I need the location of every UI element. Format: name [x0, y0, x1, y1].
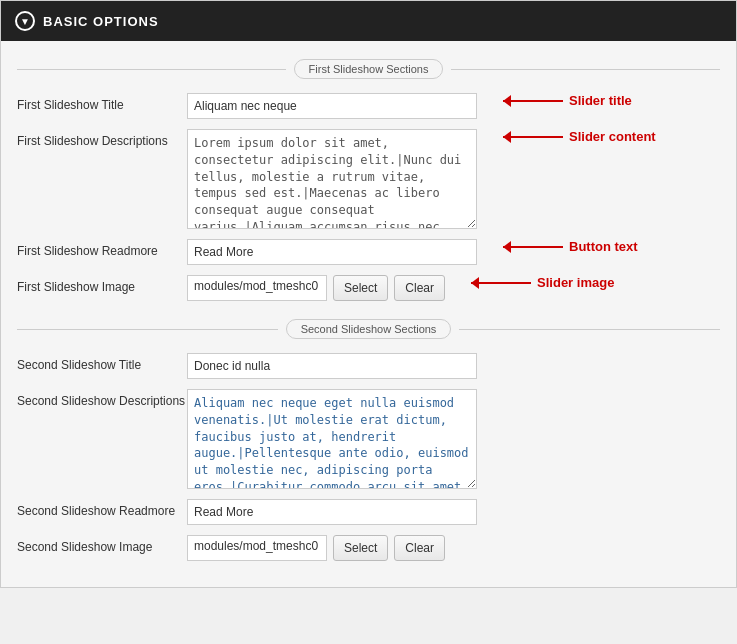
- second-title-row: Second Slideshow Title: [17, 353, 720, 379]
- arrow-icon: [471, 282, 531, 284]
- panel: ▼ BASIC OPTIONS First Slideshow Sections…: [0, 0, 737, 588]
- second-image-wrap: modules/mod_tmeshc0 Select Clear: [187, 535, 720, 561]
- second-title-wrap: [187, 353, 720, 379]
- collapse-icon[interactable]: ▼: [15, 11, 35, 31]
- divider-line-right: [451, 69, 720, 70]
- second-clear-button[interactable]: Clear: [394, 535, 445, 561]
- panel-body: First Slideshow Sections First Slideshow…: [1, 59, 736, 587]
- divider-line-left: [17, 329, 278, 330]
- divider-line-right: [459, 329, 720, 330]
- second-title-input[interactable]: [187, 353, 477, 379]
- second-section-label: Second Slideshow Sections: [286, 319, 452, 339]
- divider-line-left: [17, 69, 286, 70]
- first-section-divider: First Slideshow Sections: [17, 59, 720, 79]
- second-image-label: Second Slideshow Image: [17, 535, 187, 554]
- first-title-annotation-text: Slider title: [569, 93, 632, 108]
- first-readmore-input[interactable]: [187, 239, 477, 265]
- first-section-label: First Slideshow Sections: [294, 59, 444, 79]
- second-desc-wrap: Aliquam nec neque eget nulla euismod ven…: [187, 389, 720, 489]
- first-title-input[interactable]: [187, 93, 477, 119]
- second-title-label: Second Slideshow Title: [17, 353, 187, 372]
- second-select-button[interactable]: Select: [333, 535, 388, 561]
- first-image-label: First Slideshow Image: [17, 275, 187, 294]
- arrow-icon: [503, 246, 563, 248]
- first-readmore-row: First Slideshow Readmore Button text: [17, 239, 720, 265]
- first-image-annotation-text: Slider image: [537, 275, 614, 290]
- first-desc-label: First Slideshow Descriptions: [17, 129, 187, 148]
- arrow-icon: [503, 100, 563, 102]
- first-image-annotation: Slider image: [471, 275, 614, 290]
- first-desc-row: First Slideshow Descriptions Lorem ipsum…: [17, 129, 720, 229]
- second-image-path: modules/mod_tmeshc0: [187, 535, 327, 561]
- first-readmore-label: First Slideshow Readmore: [17, 239, 187, 258]
- second-desc-label: Second Slideshow Descriptions: [17, 389, 187, 408]
- second-image-row: Second Slideshow Image modules/mod_tmesh…: [17, 535, 720, 561]
- second-readmore-label: Second Slideshow Readmore: [17, 499, 187, 518]
- first-title-row: First Slideshow Title Slider title: [17, 93, 720, 119]
- second-desc-row: Second Slideshow Descriptions Aliquam ne…: [17, 389, 720, 489]
- panel-title: BASIC OPTIONS: [43, 14, 159, 29]
- first-clear-button[interactable]: Clear: [394, 275, 445, 301]
- first-desc-annotation-text: Slider content: [569, 129, 656, 144]
- first-desc-textarea[interactable]: Lorem ipsum dolor sit amet, consectetur …: [187, 129, 477, 229]
- second-readmore-input[interactable]: [187, 499, 477, 525]
- first-readmore-wrap: Button text: [187, 239, 720, 265]
- first-select-button[interactable]: Select: [333, 275, 388, 301]
- second-readmore-wrap: [187, 499, 720, 525]
- first-title-annotation: Slider title: [503, 93, 632, 108]
- first-title-wrap: Slider title: [187, 93, 720, 119]
- first-image-wrap: modules/mod_tmeshc0 Select Clear Slider …: [187, 275, 720, 301]
- second-desc-textarea[interactable]: Aliquam nec neque eget nulla euismod ven…: [187, 389, 477, 489]
- second-section-divider: Second Slideshow Sections: [17, 319, 720, 339]
- first-readmore-annotation-text: Button text: [569, 239, 638, 254]
- first-readmore-annotation: Button text: [503, 239, 638, 254]
- arrow-icon: [503, 136, 563, 138]
- second-readmore-row: Second Slideshow Readmore: [17, 499, 720, 525]
- first-image-path: modules/mod_tmeshc0: [187, 275, 327, 301]
- first-title-label: First Slideshow Title: [17, 93, 187, 112]
- panel-header: ▼ BASIC OPTIONS: [1, 1, 736, 41]
- first-desc-wrap: Lorem ipsum dolor sit amet, consectetur …: [187, 129, 720, 229]
- first-image-row: First Slideshow Image modules/mod_tmeshc…: [17, 275, 720, 301]
- first-desc-annotation: Slider content: [503, 129, 656, 144]
